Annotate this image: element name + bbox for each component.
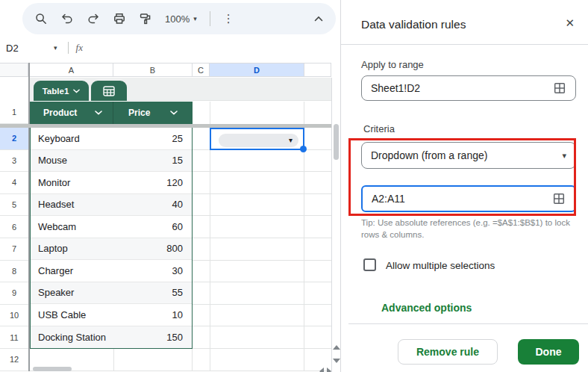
- row-header-7[interactable]: 7: [0, 238, 28, 261]
- done-button[interactable]: Done: [518, 339, 579, 365]
- product-cell[interactable]: Webcam: [31, 221, 113, 232]
- table-row[interactable]: Monitor120: [31, 172, 192, 194]
- dropdown-chip[interactable]: ▾: [219, 134, 298, 147]
- table-row[interactable]: Charger30: [31, 260, 192, 282]
- table-header-product[interactable]: Product: [30, 102, 113, 124]
- product-cell[interactable]: Charger: [31, 265, 113, 276]
- table-row[interactable]: Headset40: [31, 194, 192, 217]
- select-range-icon[interactable]: [552, 192, 566, 205]
- table-row[interactable]: Keyboard25: [31, 128, 192, 150]
- product-cell[interactable]: Laptop: [31, 243, 113, 254]
- chevron-down-icon: ▾: [562, 152, 566, 160]
- paint-format-icon[interactable]: [139, 12, 152, 25]
- table-row[interactable]: USB Cable10: [31, 304, 192, 326]
- remove-rule-button[interactable]: Remove rule: [398, 339, 498, 365]
- allow-multiple-checkbox[interactable]: [363, 258, 376, 271]
- close-icon[interactable]: ✕: [565, 16, 575, 30]
- product-cell[interactable]: Monitor: [31, 177, 113, 188]
- product-cell[interactable]: Docking Station: [31, 332, 113, 343]
- horizontal-scrollbar-thumb[interactable]: [33, 367, 72, 371]
- product-cell[interactable]: USB Cable: [31, 309, 113, 320]
- name-box-chevron-icon[interactable]: ▾: [54, 45, 57, 52]
- table-name-tab[interactable]: Table1: [34, 81, 89, 101]
- column-header-b[interactable]: B: [113, 63, 193, 77]
- fx-icon: fx: [76, 42, 83, 54]
- product-cell[interactable]: Speaker: [31, 287, 113, 298]
- chevron-down-icon: [73, 89, 80, 93]
- toolbar: 100% ▾ ⋮: [22, 3, 336, 34]
- advanced-options-link[interactable]: Advanced options: [381, 302, 472, 314]
- column-header-c[interactable]: C: [193, 63, 210, 77]
- row-header-1[interactable]: 1: [0, 101, 28, 124]
- row-header-3[interactable]: 3: [0, 150, 28, 173]
- column-header-e-stub[interactable]: [304, 63, 331, 77]
- product-cell[interactable]: Mouse: [31, 155, 113, 166]
- apply-to-range-label: Apply to range: [361, 59, 424, 70]
- undo-icon[interactable]: [60, 12, 74, 25]
- row-header-2[interactable]: 2: [0, 128, 28, 150]
- price-cell[interactable]: 150: [113, 332, 192, 343]
- select-all-corner[interactable]: [0, 63, 28, 77]
- column-header-a[interactable]: A: [30, 63, 113, 77]
- price-cell[interactable]: 40: [113, 199, 192, 210]
- gridlines: [193, 128, 331, 371]
- row-header-11[interactable]: 11: [0, 326, 28, 349]
- table-name-label: Table1: [43, 87, 69, 96]
- row-header-10[interactable]: 10: [0, 305, 28, 327]
- vertical-scrollbar[interactable]: [331, 78, 340, 372]
- price-cell[interactable]: 800: [113, 243, 192, 254]
- row-header-12[interactable]: 12: [0, 349, 28, 371]
- collapse-toolbar-icon[interactable]: [313, 15, 324, 22]
- table-body: Keyboard25 Mouse15 Monitor120 Headset40 …: [30, 128, 193, 349]
- column-header-d[interactable]: D: [210, 63, 304, 77]
- table-menu-tab[interactable]: [91, 81, 127, 101]
- product-cell[interactable]: Keyboard: [31, 133, 113, 144]
- redo-icon[interactable]: [87, 12, 100, 25]
- criteria-value: Dropdown (from a range): [371, 149, 487, 161]
- table-row[interactable]: Webcam60: [31, 216, 192, 238]
- row-header-9[interactable]: 9: [0, 282, 28, 305]
- data-validation-panel: Data validation rules ✕ Apply to range S…: [341, 0, 588, 372]
- table-header-price[interactable]: Price: [113, 102, 193, 124]
- price-cell[interactable]: 55: [113, 287, 192, 298]
- chevron-down-icon: ▾: [193, 16, 197, 22]
- zoom-value: 100%: [165, 13, 190, 25]
- panel-title-divider: [341, 44, 588, 45]
- row-header-8[interactable]: 8: [0, 261, 28, 283]
- table-row[interactable]: Docking Station150: [31, 326, 192, 349]
- criteria-label: Criteria: [363, 123, 395, 134]
- selected-cell-d2[interactable]: ▾: [210, 128, 304, 150]
- row-header-4[interactable]: 4: [0, 172, 28, 194]
- criteria-select[interactable]: Dropdown (from a range) ▾: [361, 142, 576, 169]
- print-icon[interactable]: [113, 12, 126, 25]
- row-header-5[interactable]: 5: [0, 194, 28, 217]
- price-cell[interactable]: 120: [113, 177, 192, 188]
- table-icon: [103, 86, 115, 96]
- price-cell[interactable]: 60: [113, 221, 192, 232]
- product-header-label: Product: [43, 108, 77, 118]
- select-range-icon[interactable]: [553, 81, 566, 95]
- scroll-down-icon[interactable]: [333, 359, 340, 363]
- price-cell[interactable]: 15: [113, 155, 192, 166]
- fill-handle[interactable]: [300, 146, 307, 152]
- scroll-up-icon[interactable]: [333, 345, 340, 350]
- panel-footer-divider: [348, 323, 588, 324]
- table-row[interactable]: Laptop800: [31, 238, 192, 261]
- zoom-control[interactable]: 100% ▾: [165, 13, 197, 25]
- name-box[interactable]: D2: [6, 43, 52, 54]
- scroll-left-icon[interactable]: [319, 368, 324, 372]
- chevron-down-icon: ▾: [289, 137, 293, 144]
- price-cell[interactable]: 10: [113, 309, 192, 320]
- price-cell[interactable]: 25: [113, 133, 192, 144]
- table-row[interactable]: Mouse15: [31, 150, 192, 173]
- criteria-range-input[interactable]: A2:A11: [361, 185, 576, 212]
- scroll-right-icon[interactable]: [327, 368, 331, 372]
- table-row[interactable]: Speaker55: [31, 282, 192, 305]
- product-cell[interactable]: Headset: [31, 199, 113, 210]
- range-input[interactable]: Sheet1!D2: [361, 75, 576, 101]
- search-icon[interactable]: [34, 12, 48, 25]
- vertical-scrollbar-thumb[interactable]: [334, 124, 339, 160]
- price-cell[interactable]: 30: [113, 265, 192, 276]
- more-vert-icon[interactable]: ⋮: [223, 12, 234, 25]
- row-header-6[interactable]: 6: [0, 216, 28, 238]
